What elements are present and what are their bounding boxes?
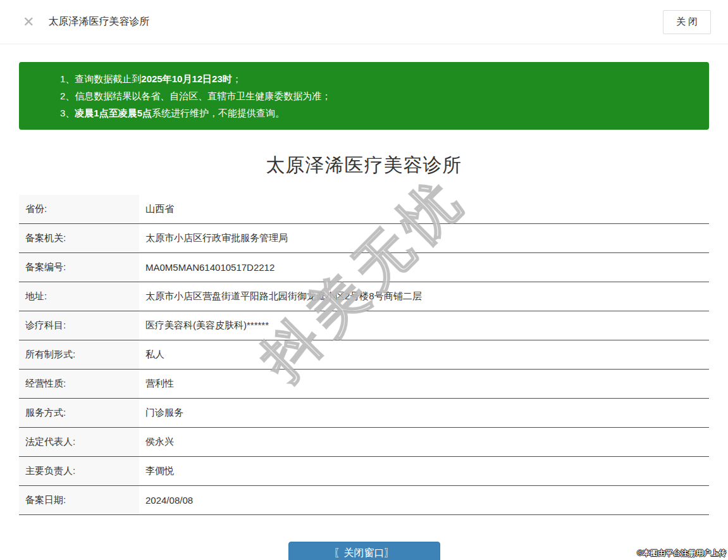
notice-line-1: 1、查询数据截止到2025年10月12日23时； bbox=[60, 70, 696, 87]
row-label: 主要负责人: bbox=[19, 457, 139, 485]
table-row-filing-date: 备案日期: 2024/08/08 bbox=[19, 486, 709, 515]
close-window-button[interactable]: 〖关闭窗口〗 bbox=[288, 542, 440, 560]
row-value: 私人 bbox=[139, 340, 164, 369]
close-button[interactable]: 关 闭 bbox=[663, 10, 711, 34]
table-row-ownership-form: 所有制形式: 私人 bbox=[19, 340, 709, 370]
row-value: 太原市小店区营盘街道平阳路北园街御龙庭小区2号楼8号商铺二层 bbox=[139, 282, 422, 311]
top-bar: ✕ 太原泽浠医疗美容诊所 关 闭 bbox=[0, 0, 728, 44]
table-row-province: 省份: 山西省 bbox=[19, 195, 709, 224]
table-row-filing-number: 备案编号: MA0M5MAN614010517D2212 bbox=[19, 253, 709, 282]
notice-line-number: 3、 bbox=[60, 108, 75, 118]
row-label: 所有制形式: bbox=[19, 340, 139, 369]
table-row-service-mode: 服务方式: 门诊服务 bbox=[19, 399, 709, 428]
row-label: 备案机关: bbox=[19, 224, 139, 252]
row-value: 营利性 bbox=[139, 370, 174, 398]
copyright-notice: ©本图由平台注册用户上传 bbox=[637, 548, 726, 559]
table-row-filing-authority: 备案机关: 太原市小店区行政审批服务管理局 bbox=[19, 224, 709, 253]
row-label: 地址: bbox=[19, 282, 139, 311]
notice-line-number: 1、 bbox=[60, 73, 75, 84]
row-value: 山西省 bbox=[139, 195, 174, 223]
page-title: 太原泽浠医疗美容诊所 bbox=[0, 152, 728, 178]
notice-text: ； bbox=[232, 73, 242, 84]
row-value: 太原市小店区行政审批服务管理局 bbox=[139, 224, 288, 252]
row-label: 诊疗科目: bbox=[19, 311, 139, 340]
notice-line-number: 2、 bbox=[60, 90, 75, 101]
table-row-treatment-subjects: 诊疗科目: 医疗美容科(美容皮肤科)****** bbox=[19, 311, 709, 340]
notice-line-3: 3、凌晨1点至凌晨5点系统进行维护，不能提供查询。 bbox=[60, 104, 696, 121]
row-label: 备案日期: bbox=[19, 486, 139, 514]
row-label: 省份: bbox=[19, 195, 139, 223]
table-row-principal-person: 主要负责人: 李倜悦 bbox=[19, 457, 709, 486]
notice-line-2: 2、信息数据结果以各省、自治区、直辖市卫生健康委数据为准； bbox=[60, 87, 696, 104]
row-value: 门诊服务 bbox=[139, 399, 183, 427]
row-value: 2024/08/08 bbox=[139, 486, 193, 514]
row-label: 服务方式: bbox=[19, 399, 139, 427]
row-label: 法定代表人: bbox=[19, 428, 139, 456]
row-value: 侯永兴 bbox=[139, 428, 174, 456]
notice-text: 系统进行维护，不能提供查询。 bbox=[152, 108, 285, 118]
table-row-business-nature: 经营性质: 营利性 bbox=[19, 370, 709, 399]
row-label: 经营性质: bbox=[19, 370, 139, 398]
window-title: 太原泽浠医疗美容诊所 bbox=[48, 15, 149, 28]
close-icon[interactable]: ✕ bbox=[23, 15, 34, 29]
notice-box: 1、查询数据截止到2025年10月12日23时； 2、信息数据结果以各省、自治区… bbox=[19, 62, 709, 130]
table-row-legal-representative: 法定代表人: 侯永兴 bbox=[19, 428, 709, 457]
notice-text: 查询数据截止到 bbox=[75, 73, 141, 84]
row-value: MA0M5MAN614010517D2212 bbox=[139, 253, 275, 282]
row-value: 医疗美容科(美容皮肤科)****** bbox=[139, 311, 269, 340]
row-value: 李倜悦 bbox=[139, 457, 174, 485]
info-table: 省份: 山西省 备案机关: 太原市小店区行政审批服务管理局 备案编号: MA0M… bbox=[19, 195, 709, 515]
notice-text-bold: 凌晨1点至凌晨5点 bbox=[75, 108, 152, 118]
row-label: 备案编号: bbox=[19, 253, 139, 282]
notice-text-bold: 2025年10月12日23时 bbox=[141, 73, 231, 84]
table-row-address: 地址: 太原市小店区营盘街道平阳路北园街御龙庭小区2号楼8号商铺二层 bbox=[19, 282, 709, 311]
notice-text: 信息数据结果以各省、自治区、直辖市卫生健康委数据为准； bbox=[75, 90, 331, 101]
